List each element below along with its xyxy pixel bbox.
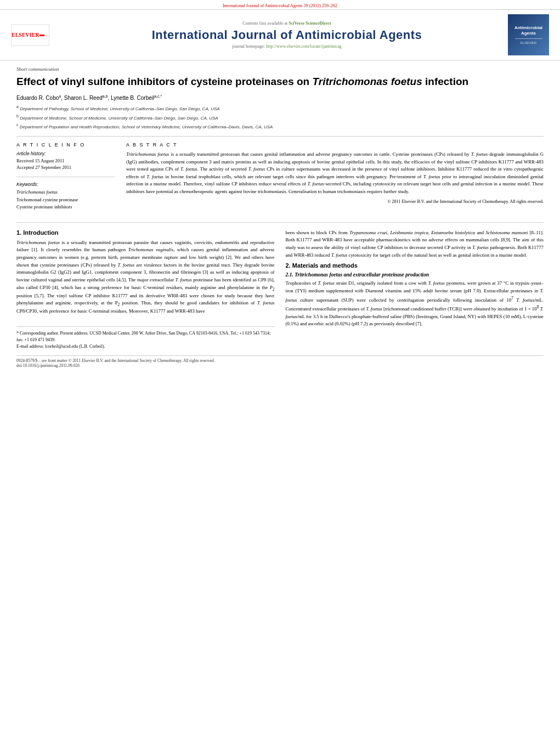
affiliation-c: c Department of Population and Health Re… bbox=[16, 122, 544, 131]
divider-3 bbox=[16, 222, 544, 223]
article-info-section: A R T I C L E I N F O Article history: R… bbox=[16, 142, 115, 170]
section2-title: 2. Materials and methods bbox=[286, 262, 544, 269]
sciverse-text: Contents lists available at SciVerse Sci… bbox=[66, 21, 508, 26]
keyword-2: Trichomonad cysteine proteinase bbox=[16, 196, 115, 204]
top-bar: International Journal of Antimicrobial A… bbox=[0, 0, 560, 10]
page-wrapper: International Journal of Antimicrobial A… bbox=[0, 0, 560, 741]
info-abstract-cols: A R T I C L E I N F O Article history: R… bbox=[16, 142, 544, 218]
footnote-area: * Corresponding author. Present address:… bbox=[16, 326, 275, 350]
history-label: Article history: bbox=[16, 151, 115, 156]
keyword-1: Tritrichomonas foetus bbox=[16, 189, 115, 196]
header-section: ELSEVIER Contents lists available at Sci… bbox=[0, 10, 560, 61]
affiliation-a: a Department of Pathology, School of Med… bbox=[16, 104, 544, 112]
affiliation-b: b Department of Medicine, School of Medi… bbox=[16, 114, 544, 122]
accepted-date: Accepted 27 September 2011 bbox=[16, 165, 115, 170]
journal-homepage: journal homepage: http://www.elsevier.co… bbox=[66, 44, 508, 49]
section1-title: 1. Introduction bbox=[16, 229, 275, 236]
article-info-col: A R T I C L E I N F O Article history: R… bbox=[16, 142, 115, 218]
copyright-line: © 2011 Elsevier B.V. and the Internation… bbox=[126, 199, 544, 204]
article-info-header: A R T I C L E I N F O bbox=[16, 142, 115, 148]
doi-line: doi:10.1016/j.ijantimicag.2011.09.026 bbox=[16, 363, 544, 368]
homepage-link[interactable]: http://www.elsevier.com/locate/ijantimic… bbox=[266, 44, 342, 49]
divider-1 bbox=[16, 136, 544, 137]
bottom-bar: 0924-8579/$ – see front matter © 2011 El… bbox=[16, 355, 544, 368]
keywords-section: Keywords: Tritrichomonas foetus Trichomo… bbox=[16, 182, 115, 211]
footnote-star: * Corresponding author. Present address:… bbox=[16, 330, 275, 343]
section1-right-text: been shown to block CPs from Trypanosoma… bbox=[286, 229, 544, 259]
journal-title: International Journal of Antimicrobial A… bbox=[66, 28, 508, 42]
subsection1-title: 2.1. Tritrichomonas foetus and extracell… bbox=[286, 272, 544, 278]
divider-2 bbox=[16, 177, 115, 177]
body-right-col: been shown to block CPs from Trypanosoma… bbox=[286, 229, 544, 350]
keyword-3: Cysteine proteinase inhibitors bbox=[16, 203, 115, 211]
body-cols: 1. Introduction Tritrichomonas foetus is… bbox=[16, 229, 544, 350]
received-date: Received 15 August 2011 bbox=[16, 158, 115, 163]
authors-line: Eduardo R. Coboa, Sharon L. Reeda,b, Lyn… bbox=[16, 94, 544, 101]
journal-ref: International Journal of Antimicrobial A… bbox=[223, 3, 337, 8]
elsevier-logo: ELSEVIER bbox=[11, 24, 49, 46]
footnote-email: E-mail address: lcorbeil@ucsd.edu (L.B. … bbox=[16, 343, 275, 350]
elsevier-logo-area: ELSEVIER bbox=[11, 24, 55, 46]
issn-line: 0924-8579/$ – see front matter © 2011 El… bbox=[16, 358, 544, 363]
body-left-col: 1. Introduction Tritrichomonas foetus is… bbox=[16, 229, 275, 350]
journal-center: Contents lists available at SciVerse Sci… bbox=[66, 21, 508, 49]
sciverse-link[interactable]: SciVerse ScienceDirect bbox=[289, 21, 331, 26]
article-title: Effect of vinyl sulfone inhibitors of cy… bbox=[16, 75, 544, 89]
keywords-label: Keywords: bbox=[16, 182, 115, 187]
affiliations: a Department of Pathology, School of Med… bbox=[16, 104, 544, 131]
section1-text: Tritrichomonas foetus is a sexually tran… bbox=[16, 239, 275, 315]
journal-logo-img: AntimicrobialAgents ELSEVIER bbox=[508, 14, 549, 55]
abstract-col: A B S T R A C T Tritrichomonas foetus is… bbox=[126, 142, 544, 218]
keywords-list: Tritrichomonas foetus Trichomonad cystei… bbox=[16, 189, 115, 211]
abstract-header: A B S T R A C T bbox=[126, 142, 544, 148]
subsection1-text: Trophozoites of T. foetus strain D1, ori… bbox=[286, 280, 544, 328]
article-type-label: Short communication bbox=[16, 66, 544, 72]
article-content: Short communication Effect of vinyl sulf… bbox=[0, 61, 560, 379]
abstract-text: Tritrichomonas foetus is a sexually tran… bbox=[126, 151, 544, 196]
